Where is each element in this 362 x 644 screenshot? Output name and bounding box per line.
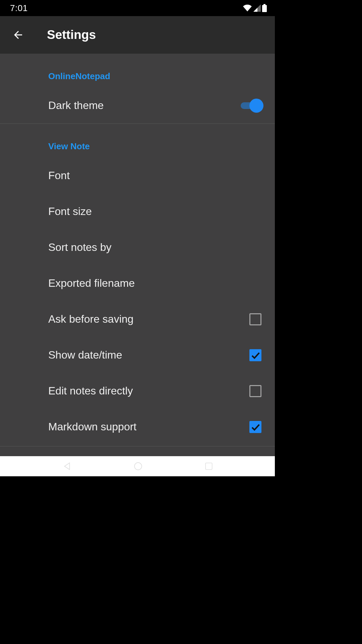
status-time: 7:01 [10,3,28,13]
row-label: Sort notes by [48,241,112,254]
svg-rect-0 [263,4,265,5]
svg-rect-3 [205,463,212,470]
status-bar: 7:01 [0,0,275,16]
back-button[interactable] [12,29,24,41]
row-label: Font size [48,205,92,218]
navigation-bar [0,456,275,476]
nav-recents-icon[interactable] [204,462,213,471]
row-label: Show date/time [48,349,122,361]
section-header-view-note: View Note [0,124,275,152]
row-dark-theme[interactable]: Dark theme [0,88,275,123]
screen: 7:01 [0,0,275,476]
settings-content: OnlineNotepad Dark theme View Note Font … [0,54,275,456]
app-bar: Settings [0,16,275,54]
ask-before-saving-checkbox[interactable] [249,313,261,325]
row-label: Exported filename [48,277,135,289]
battery-icon [262,4,267,12]
row-exported-filename[interactable]: Exported filename [0,265,275,301]
section-header-onlinenotepad: OnlineNotepad [0,54,275,82]
dark-theme-toggle[interactable] [241,99,261,113]
edit-notes-directly-checkbox[interactable] [249,385,261,397]
status-icons [243,4,269,12]
row-label: Edit notes directly [48,385,133,397]
row-edit-notes-directly[interactable]: Edit notes directly [0,373,275,409]
row-label: Dark theme [48,99,104,112]
cell-signal-icon [253,4,261,12]
page-title: Settings [47,28,96,42]
svg-point-2 [134,463,142,470]
nav-back-icon[interactable] [62,461,72,471]
row-markdown-support[interactable]: Markdown support [0,409,275,445]
markdown-support-checkbox[interactable] [249,421,261,433]
row-label: Ask before saving [48,313,133,325]
svg-rect-1 [262,5,267,12]
arrow-back-icon [12,29,24,41]
row-label: Font [48,169,70,182]
row-ask-before-saving[interactable]: Ask before saving [0,301,275,337]
row-show-date-time[interactable]: Show date/time [0,337,275,373]
row-font-size[interactable]: Font size [0,194,275,229]
row-sort-notes-by[interactable]: Sort notes by [0,229,275,265]
row-font[interactable]: Font [0,158,275,194]
show-date-time-checkbox[interactable] [249,349,261,361]
wifi-icon [243,4,252,12]
divider [0,446,275,446]
nav-home-icon[interactable] [134,462,142,471]
row-label: Markdown support [48,421,136,433]
